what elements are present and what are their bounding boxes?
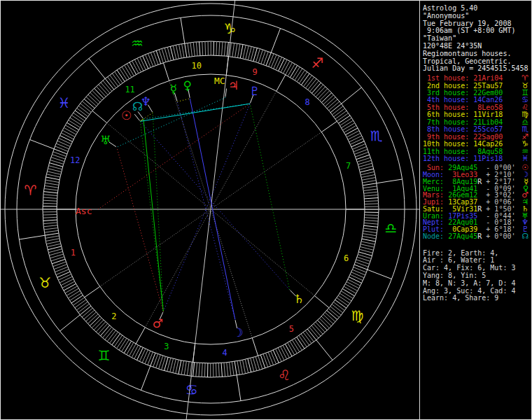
degree-tick <box>74 113 85 120</box>
house-cusp-spoke <box>211 209 252 338</box>
degree-tick <box>305 331 314 342</box>
degree-tick <box>43 225 57 227</box>
zodiac-gemini-glyph: ♊ <box>98 347 111 364</box>
degree-tick <box>80 306 91 315</box>
degree-tick <box>48 169 61 172</box>
degree-tick <box>281 59 287 72</box>
zodiac-sagittarius-glyph: ♐ <box>312 55 324 71</box>
house-cusp-spoke <box>100 209 211 286</box>
house-cusp-segment <box>163 63 169 81</box>
house-cusp-segment <box>226 56 228 75</box>
zodiac-scorpio-glyph: ♏ <box>370 127 383 144</box>
degree-tick <box>59 136 72 142</box>
degree-tick <box>150 52 155 66</box>
degree-tick <box>202 363 202 377</box>
degree-tick <box>47 172 60 175</box>
degree-tick <box>44 228 58 230</box>
house-cusp-segment <box>136 328 145 344</box>
degree-tick <box>196 42 197 56</box>
degree-tick <box>362 177 376 180</box>
degree-tick <box>65 286 77 293</box>
degree-tick <box>134 59 141 72</box>
sign-boundary <box>368 270 392 279</box>
degree-tick <box>248 359 251 372</box>
degree-tick <box>271 351 276 364</box>
degree-tick <box>337 113 348 121</box>
aspect-line-mars-pluto <box>163 104 250 312</box>
degree-tick <box>350 274 363 280</box>
degree-tick <box>66 122 78 130</box>
house-cusp-text: 11th house: 8Aqu58 <box>423 148 503 155</box>
degree-tick <box>43 223 57 224</box>
degree-tick <box>290 342 297 354</box>
degree-tick <box>221 363 222 377</box>
degree-tick <box>73 298 84 305</box>
zodiac-sign-icon: ♓ <box>522 155 528 162</box>
zodiac-cancer-glyph: ♋ <box>186 382 198 398</box>
degree-tick <box>66 288 78 295</box>
degree-tick <box>70 118 82 125</box>
degree-tick <box>332 106 344 114</box>
degree-tick <box>335 111 346 119</box>
house-number: 6 <box>344 253 349 263</box>
degree-tick <box>354 149 368 154</box>
degree-tick <box>354 267 367 273</box>
aspect-line-sun-pluto <box>140 104 250 121</box>
degree-tick <box>362 239 376 241</box>
degree-tick <box>142 350 148 363</box>
degree-tick <box>334 108 345 117</box>
degree-tick <box>269 54 274 67</box>
degree-tick <box>43 214 57 215</box>
degree-tick <box>64 284 76 290</box>
degree-tick <box>365 215 379 216</box>
degree-tick <box>361 174 375 177</box>
degree-tick <box>134 346 141 359</box>
degree-tick <box>204 363 205 377</box>
degree-tick <box>46 177 59 180</box>
degree-tick <box>46 241 60 244</box>
degree-tick <box>360 172 374 174</box>
degree-tick <box>354 146 367 151</box>
degree-tick <box>237 44 239 58</box>
aspect-line-neptune-node <box>144 113 153 119</box>
degree-tick <box>137 58 144 71</box>
degree-tick <box>122 66 130 78</box>
degree-tick <box>44 186 58 188</box>
sign-boundary <box>271 29 280 53</box>
asc-label: Asc <box>76 206 92 216</box>
degree-tick <box>127 342 134 354</box>
house-cusp-segment <box>252 338 258 356</box>
degree-tick <box>216 363 216 377</box>
astrolog-window: ♈♉♊♋♌♍♎♏♐♑♒♓123456789101112AscMC☉☽☿♀♂♃♄♅… <box>0 0 532 420</box>
degree-tick <box>150 353 155 366</box>
degree-tick <box>344 125 356 132</box>
degree-tick <box>284 61 290 74</box>
degree-tick <box>184 361 186 375</box>
degree-tick <box>348 133 360 139</box>
degree-tick <box>47 244 60 246</box>
planet-list: Sun: 29Aqu45 - 0°00'☉Moon: 3Leo33 + 2°10… <box>423 164 530 239</box>
planet-latitude: + 0°00' <box>482 232 515 240</box>
degree-tick <box>345 284 357 291</box>
degree-tick <box>266 52 271 66</box>
degree-tick <box>78 304 90 312</box>
degree-tick <box>193 42 195 56</box>
degree-tick <box>232 43 234 57</box>
degree-tick <box>44 188 58 190</box>
degree-tick <box>363 231 377 233</box>
sign-boundary <box>377 179 402 183</box>
degree-tick <box>230 362 231 376</box>
sign-boundary <box>342 88 362 104</box>
degree-tick <box>216 41 217 55</box>
degree-tick <box>308 79 317 90</box>
degree-tick <box>364 225 378 227</box>
degree-tick <box>170 358 174 372</box>
degree-tick <box>363 228 377 230</box>
mc-label: MC <box>214 76 225 86</box>
degree-tick <box>110 75 118 86</box>
aspect-line-sun-saturn <box>140 121 289 290</box>
sign-boundary <box>30 139 55 148</box>
planet-pluto-glyph: ♇ <box>249 84 260 98</box>
degree-tick <box>224 363 225 377</box>
degree-tick <box>343 123 355 130</box>
